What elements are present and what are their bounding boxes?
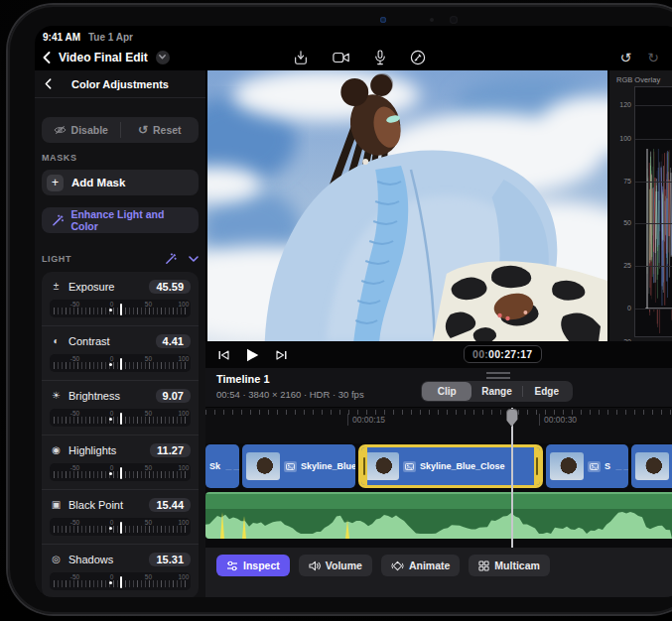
waveform-trace	[635, 87, 672, 337]
clip-thumbnail	[635, 452, 669, 480]
timeline-header: Timeline 1 00:54 · 3840 × 2160 · HDR · 3…	[205, 368, 672, 408]
timeline-clip[interactable]: S ＿＿	[546, 444, 628, 488]
project-title[interactable]: Video Final Edit	[59, 51, 148, 64]
transport-bar: 00:00:27:17	[205, 341, 672, 368]
skip-forward-button[interactable]	[276, 350, 287, 360]
collapse-chevron-icon[interactable]	[189, 256, 199, 262]
adjustment-slider[interactable]: -50050100	[50, 518, 191, 536]
adjustment-icon: ◐	[50, 335, 63, 346]
timeline-clip[interactable]	[631, 444, 672, 488]
animate-button[interactable]: Animate	[381, 555, 460, 576]
undo-icon[interactable]: ↺	[620, 51, 632, 64]
slider-origin-dot	[109, 309, 112, 311]
record-camera-icon[interactable]	[333, 51, 350, 64]
adjustment-name: Highlights	[68, 444, 116, 456]
adjustment-icon: ◉	[50, 444, 63, 455]
trim-handle-left[interactable]	[361, 447, 367, 485]
ruler-timecode-label: 00:00:30	[539, 414, 577, 426]
adjustment-value[interactable]: 15.31	[149, 553, 191, 566]
slider-scale-label: 0	[110, 410, 114, 417]
slider-scale-label: 50	[145, 301, 152, 308]
trim-handle-right[interactable]	[534, 447, 540, 485]
slider-scale-label: 50	[145, 410, 152, 417]
adjustment-value[interactable]: 15.44	[149, 498, 191, 512]
adjustment-value[interactable]: 9.07	[156, 389, 191, 403]
enhance-label: Enhance Light and Color	[70, 208, 189, 232]
mode-clip[interactable]: Clip	[422, 382, 471, 401]
timeline-clip[interactable]: Skyline_Blue_Wide	[242, 444, 355, 488]
timeline-toolbar: Inspect Volume Animate	[205, 548, 672, 597]
reset-icon: ↺	[138, 124, 148, 136]
panel-back-chevron-icon[interactable]	[45, 78, 52, 89]
scope-gridline	[635, 266, 672, 267]
microphone-icon[interactable]	[374, 50, 386, 65]
adjustment-value[interactable]: 11.27	[150, 443, 191, 457]
mode-edge[interactable]: Edge	[522, 382, 572, 401]
date: Tue 1 Apr	[88, 32, 133, 43]
disable-label: Disable	[71, 124, 108, 136]
animate-label: Animate	[409, 559, 450, 571]
timeline-resize-handle[interactable]	[486, 372, 510, 379]
ipad-device: 9:41 AM Tue 1 Apr Video Final Edit	[8, 5, 672, 614]
screen: 9:41 AM Tue 1 Apr Video Final Edit	[35, 26, 672, 597]
inspect-label: Inspect	[243, 559, 280, 571]
import-icon[interactable]	[293, 50, 309, 65]
audio-clip[interactable]	[205, 492, 672, 539]
adjustment-value[interactable]: 45.59	[149, 280, 191, 294]
slider-scale-label: 100	[178, 464, 189, 471]
skip-back-button[interactable]	[218, 350, 229, 360]
adjustment-value[interactable]: 4.41	[156, 334, 191, 348]
image-icon	[284, 461, 297, 472]
image-icon	[403, 461, 416, 472]
timeline-clip[interactable]: Skyline_Blue_Close	[358, 444, 543, 488]
adjustment-slider[interactable]: -50050100	[50, 354, 191, 372]
inspect-sliders-icon	[226, 560, 238, 571]
slider-scale-label: 0	[110, 519, 114, 526]
preview-frame-art	[207, 70, 607, 341]
slider-marker	[120, 576, 122, 588]
auto-enhance-icon[interactable]	[165, 253, 177, 265]
panel-title: Color Adjustments	[35, 78, 205, 90]
slider-scale-label: 0	[110, 355, 114, 362]
pencil-tool-icon[interactable]	[410, 50, 426, 65]
volume-button[interactable]: Volume	[299, 555, 372, 576]
adjustment-slider[interactable]: -50050100	[50, 409, 191, 427]
clip-thumbnail	[550, 452, 584, 480]
app-toolbar: Video Final Edit	[35, 44, 672, 70]
add-mask-button[interactable]: + Add Mask	[42, 170, 199, 195]
plus-icon: +	[47, 175, 64, 191]
multicam-button[interactable]: Multicam	[469, 555, 550, 576]
timeline-clip[interactable]: Sk ＿＿	[205, 444, 239, 488]
adjustment-slider[interactable]: -50050100	[50, 463, 191, 481]
adjustment-slider-row: ± Exposure 45.59 -50050100	[42, 272, 199, 325]
scope-gridline	[635, 139, 672, 140]
keyframe-diamond-icon	[391, 560, 404, 571]
slider-scale-label: 50	[145, 355, 152, 362]
redo-icon[interactable]: ↻	[647, 51, 659, 64]
light-sliders-card: ± Exposure 45.59 -50050100 ◐ Contrast 4.…	[42, 272, 199, 597]
scope-axis-value: 100	[619, 135, 631, 142]
enhance-light-color-button[interactable]: Enhance Light and Color	[42, 207, 199, 233]
scope-axis-value: 25	[623, 261, 631, 268]
audio-waveform	[205, 509, 672, 539]
adjustment-slider-row: ◐ Contrast 4.41 -50050100	[42, 325, 199, 380]
video-preview[interactable]	[205, 70, 607, 341]
sensor-dot	[430, 18, 434, 22]
adjustment-slider[interactable]: -50050100	[50, 300, 191, 317]
slider-scale-label: -50	[70, 301, 79, 308]
camera-ring	[450, 16, 458, 24]
timeline-ruler[interactable]: 00:00:1500:00:30	[205, 408, 672, 443]
disable-button[interactable]: Disable	[42, 117, 120, 143]
project-menu-button[interactable]	[156, 51, 170, 64]
reset-label: Reset	[153, 124, 182, 136]
reset-button[interactable]: ↺ Reset	[121, 117, 200, 143]
slider-list: ± Exposure 45.59 -50050100 ◐ Contrast 4.…	[42, 272, 199, 597]
play-button[interactable]	[246, 348, 259, 362]
adjustment-icon: ☀	[50, 390, 63, 401]
mode-range[interactable]: Range	[471, 382, 521, 401]
back-chevron-icon[interactable]	[43, 52, 51, 63]
inspect-button[interactable]: Inspect	[216, 555, 290, 576]
slider-scale-label: 100	[178, 410, 189, 417]
masks-section-label: MASKS	[42, 153, 199, 163]
adjustment-slider[interactable]: -50050100	[50, 572, 191, 590]
